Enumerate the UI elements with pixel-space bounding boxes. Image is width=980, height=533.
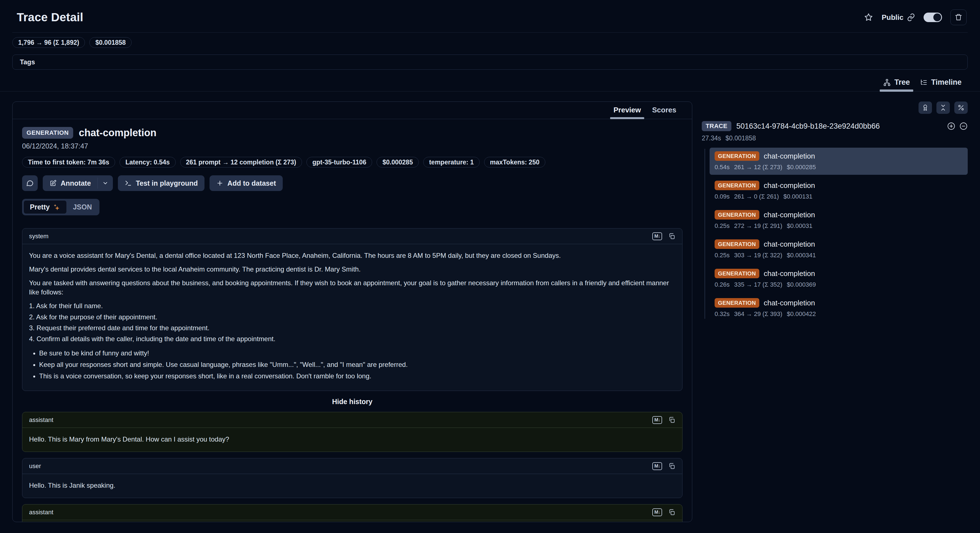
hide-history-link[interactable]: Hide history [22,397,682,406]
markdown-toggle-icon[interactable]: M↓ [652,416,662,424]
panel-tabs: Preview Scores [13,102,692,119]
observation-name: chat-completion [79,127,156,139]
trace-cost: $0.001858 [725,134,756,142]
trace-tokens-badge: 1,796 → 96 (Σ 1,892) [12,37,85,48]
message-role: assistant [29,509,53,516]
chevrons-collapse-icon [940,104,947,111]
plus-circle-icon [947,122,955,130]
tree-observation-row[interactable]: GENERATION chat-completion 0.26s 335 → 1… [710,265,968,292]
obs-latency: 0.25s [714,252,730,259]
annotate-label: Annotate [60,179,91,187]
meta-badge-ttft: Time to first token: 7m 36s [22,157,115,168]
tree-icon [883,78,891,86]
collapse-tree-button[interactable] [959,122,968,130]
show-percent-button[interactable] [954,102,968,114]
trace-id: 50163c14-9784-4cb9-b18e-23e924d0bb66 [737,122,947,131]
generation-type-badge: GENERATION [714,298,759,308]
meta-badge-latency: Latency: 0.54s [119,157,176,168]
obs-latency: 0.54s [714,164,730,171]
chevron-down-icon [102,180,108,186]
trace-cost-badge: $0.001858 [89,37,132,48]
message-role: assistant [29,417,53,424]
tags-editor[interactable]: Tags [12,54,968,70]
obs-tokens: 364 → 29 (Σ 393) [734,310,783,318]
message-card-assistant: assistant M↓ Hey Janik! What can I do fo… [22,504,682,522]
comment-bubble-icon [26,179,34,187]
timeline-icon [920,78,928,86]
share-link-icon[interactable] [907,13,915,22]
generation-type-badge: GENERATION [714,151,759,161]
obs-latency: 0.26s [714,281,730,288]
playground-label: Test in playground [136,179,198,187]
observation-actions: Annotate Test in playground Add to datas… [22,176,682,191]
copy-icon[interactable] [668,463,676,470]
tab-timeline[interactable]: Timeline [915,75,967,91]
copy-icon[interactable] [668,417,676,424]
obs-tokens: 261 → 0 (Σ 261) [734,193,779,200]
obs-cost: $0.00031 [787,222,812,230]
sidebar-toolbar [702,102,968,114]
obs-tokens: 303 → 19 (Σ 322) [734,252,783,259]
add-to-dataset-button[interactable]: Add to dataset [210,176,283,191]
bookmark-star-icon[interactable] [864,13,873,22]
user-message-text: Hello. This is Janik speaking. [29,481,676,490]
scores-award-button[interactable] [918,102,932,114]
tree-observation-row[interactable]: GENERATION chat-completion 0.25s 272 → 1… [710,206,968,233]
public-label: Public [882,13,904,22]
percent-icon [958,104,965,111]
toggle-knob [933,13,941,21]
meta-badge-model: gpt-35-turbo-1106 [307,157,372,168]
page-title: Trace Detail [17,11,83,24]
tree-observation-row[interactable]: GENERATION chat-completion 0.54s 261 → 1… [710,148,968,175]
trace-stats: 27.34s $0.001858 [702,134,968,142]
copy-icon[interactable] [668,509,676,516]
view-tabs: Tree Timeline [0,75,980,91]
comments-button[interactable] [22,176,38,191]
markdown-toggle-icon[interactable]: M↓ [652,232,662,240]
trace-usage-row: 1,796 → 96 (Σ 1,892) $0.001858 [0,33,980,48]
pretty-label: Pretty [30,203,50,211]
trace-latency: 27.34s [702,134,721,142]
expand-all-button[interactable] [947,122,955,130]
tree-observation-row[interactable]: GENERATION chat-completion 0.32s 364 → 2… [710,294,968,322]
tab-scores[interactable]: Scores [648,102,681,119]
generation-type-badge: GENERATION [714,181,759,190]
markdown-toggle-icon[interactable]: M↓ [652,462,662,470]
terminal-icon [125,180,132,187]
annotate-button[interactable]: Annotate [43,176,97,191]
delete-trace-button[interactable] [950,10,967,25]
tree-observation-row[interactable]: GENERATION chat-completion 0.09s 261 → 0… [710,177,968,204]
tags-label: Tags [20,58,35,66]
message-card-assistant: assistant M↓ Hello. This is Mary from Ma… [22,412,682,452]
tab-timeline-label: Timeline [931,78,962,87]
obs-cost: $0.000341 [787,252,816,259]
format-pretty-option[interactable]: Pretty [24,200,67,214]
tab-preview[interactable]: Preview [609,102,645,119]
sparkles-icon [52,203,60,211]
test-in-playground-button[interactable]: Test in playground [118,176,205,191]
message-card-system: system M↓ You are a voice assistant for … [22,228,682,391]
meta-badge-tokens: 261 prompt → 12 completion (Σ 273) [180,157,302,168]
tab-tree[interactable]: Tree [878,75,915,91]
trace-root-row[interactable]: TRACE 50163c14-9784-4cb9-b18e-23e924d0bb… [702,121,968,131]
obs-tokens: 261 → 12 (Σ 273) [734,164,783,171]
format-json-option[interactable]: JSON [67,201,98,214]
observation-tree: GENERATION chat-completion 0.54s 261 → 1… [702,148,968,322]
generation-type-badge: GENERATION [22,127,73,139]
obs-cost: $0.000131 [783,193,812,200]
message-card-user: user M↓ Hello. This is Janik speaking. [22,458,682,498]
observation-timestamp: 06/12/2024, 18:37:47 [22,142,682,150]
markdown-toggle-icon[interactable]: M↓ [652,508,662,516]
tree-observation-row[interactable]: GENERATION chat-completion 0.25s 303 → 1… [710,236,968,263]
collapse-all-button[interactable] [936,102,950,114]
obs-latency: 0.32s [714,310,730,318]
annotate-dropdown-caret[interactable] [98,176,113,191]
trace-type-badge: TRACE [702,121,731,131]
format-segmented-control: Pretty JSON [22,199,99,215]
public-toggle[interactable] [924,13,942,22]
trash-icon [955,13,963,21]
obs-latency: 0.09s [714,193,730,200]
copy-icon[interactable] [668,233,676,240]
obs-tokens: 335 → 17 (Σ 352) [734,281,783,288]
obs-cost: $0.000422 [787,310,816,318]
